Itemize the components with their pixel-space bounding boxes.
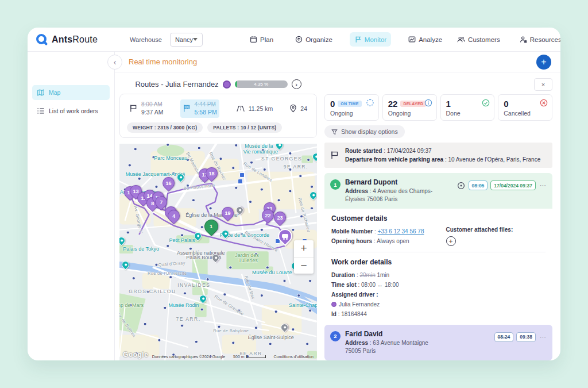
stat-start-time: 8:00 AM 9:37 AM bbox=[129, 101, 164, 116]
app-window: AntsRoute Warehouse Nancy Plan Organize bbox=[28, 28, 560, 360]
customer-details-heading: Customer details bbox=[331, 214, 546, 222]
locate-icon[interactable] bbox=[457, 181, 466, 190]
status-card-ongoing-ontime: 0 ON TIME Ongoing bbox=[324, 94, 379, 121]
brand-logo[interactable]: AntsRoute bbox=[36, 33, 98, 46]
resources-icon bbox=[520, 36, 527, 43]
driver-color-dot bbox=[223, 80, 231, 89]
attached-files-label: Customer attached files: bbox=[446, 226, 546, 233]
tab-analyze[interactable]: Analyze bbox=[404, 32, 447, 47]
transit-station-icon bbox=[239, 172, 245, 178]
route-title: Routes - Julia Fernandez bbox=[135, 80, 218, 89]
tab-plan[interactable]: Plan bbox=[245, 32, 278, 47]
route-started-banner: Route started : 17/04/2024 09:37 Departu… bbox=[324, 143, 552, 168]
top-navbar: AntsRoute Warehouse Nancy Plan Organize bbox=[28, 28, 560, 52]
stop-number-badge: 2 bbox=[330, 331, 341, 341]
opening-hours-line: Opening hours : Always open bbox=[331, 236, 446, 246]
more-options-button[interactable]: ⋯ bbox=[540, 182, 547, 189]
filter-icon bbox=[331, 129, 338, 135]
status-card-done: 1 Done bbox=[440, 94, 495, 121]
zoom-in-button[interactable]: + bbox=[294, 240, 314, 257]
chevron-down-icon bbox=[193, 38, 198, 41]
assigned-driver-label: Assigned driver : bbox=[331, 290, 546, 299]
stop-header[interactable]: 1 Bernard Dupont Address : 4 Avenue des … bbox=[324, 173, 552, 209]
organize-icon bbox=[295, 36, 303, 43]
ontime-badge: ON TIME bbox=[338, 101, 361, 107]
map[interactable]: Musée de laVie romantiqueST GEORGES9E AR… bbox=[119, 144, 317, 360]
status-summary: 0 ON TIME Ongoing 22 DELAYED Ongoing bbox=[324, 94, 552, 121]
stop-header[interactable]: 2 Farid David Address : 63 Avenue Montai… bbox=[324, 325, 552, 360]
show-display-options-button[interactable]: Show display options bbox=[324, 125, 405, 138]
status-card-cancelled: 0 Cancelled bbox=[498, 94, 552, 121]
brand-name: AntsRoute bbox=[52, 34, 98, 45]
start-flag-icon bbox=[129, 104, 138, 113]
close-panel-button[interactable]: × bbox=[534, 78, 552, 91]
weight-badge: WEIGHT : 2315 / 3000 (KG) bbox=[127, 122, 203, 133]
tab-organize[interactable]: Organize bbox=[291, 32, 337, 47]
stat-distance: 11.25 km bbox=[236, 105, 273, 113]
stop-card-farid-david: 2 Farid David Address : 63 Avenue Montai… bbox=[324, 325, 552, 360]
route-stats-card: 8:00 AM 9:37 AM bbox=[119, 94, 317, 138]
map-terms-link[interactable]: Conditions d'utilisation bbox=[274, 355, 314, 359]
tab-monitor[interactable]: Monitor bbox=[350, 32, 391, 47]
sidebar-item-work-orders[interactable]: List of work orders bbox=[32, 103, 110, 118]
warehouse-label: Warehouse bbox=[130, 36, 162, 43]
back-button[interactable]: ‹ bbox=[107, 55, 122, 70]
next-route-button[interactable]: › bbox=[292, 79, 301, 89]
stat-end-time: 4:44 PM 5:58 PM bbox=[180, 99, 219, 118]
timeslot-line: Time slot : 08:00 ↔ 18:00 bbox=[331, 280, 546, 290]
mobile-number-line: Mobile Number : +33 6 12 34 56 78 bbox=[331, 226, 446, 236]
list-icon bbox=[37, 107, 45, 115]
calendar-icon bbox=[250, 36, 257, 43]
info-icon[interactable] bbox=[424, 99, 432, 107]
work-order-heading: Work order details bbox=[331, 258, 546, 266]
more-options-button[interactable]: ⋯ bbox=[540, 333, 547, 341]
assigned-driver-name: Julia Fernandez bbox=[331, 299, 546, 309]
warehouse-value: Nancy bbox=[175, 36, 193, 43]
stop-name: Bernard Dupont bbox=[345, 178, 452, 186]
monitor-flag-icon bbox=[354, 36, 362, 43]
warehouse-select[interactable]: Nancy bbox=[170, 33, 203, 47]
map-copyright: Données cartographiques ©2024 Google bbox=[152, 355, 225, 359]
analyze-chart-icon bbox=[408, 36, 416, 43]
add-file-button[interactable]: + bbox=[446, 236, 456, 246]
planned-time-badge: 08:24 bbox=[494, 332, 514, 342]
cancel-circle-icon bbox=[540, 99, 548, 107]
sidebar: Map List of work orders bbox=[28, 52, 115, 360]
stat-stops: 24 bbox=[289, 104, 307, 113]
planned-time-badge: 08:05 bbox=[469, 180, 488, 190]
route-progress-bar: 4.35 % bbox=[235, 80, 288, 88]
pallets-badge: PALLETS : 10 / 12 (UNITS) bbox=[207, 122, 282, 133]
map-attribution: Données cartographiques ©2024 Google 500… bbox=[119, 352, 317, 360]
zoom-out-button[interactable]: − bbox=[294, 257, 314, 274]
sidebar-item-map[interactable]: Map bbox=[32, 85, 110, 100]
location-pin-icon bbox=[289, 104, 297, 113]
map-scale: 500 m bbox=[233, 355, 265, 359]
add-button[interactable]: + bbox=[536, 55, 551, 70]
eta-time-badge: 09:38 bbox=[516, 332, 536, 342]
stop-address: Address : 63 Avenue Montaigne 75005 Pari… bbox=[345, 339, 443, 355]
customers-icon bbox=[457, 36, 465, 43]
work-order-id-line: Id : 18164844 bbox=[331, 309, 546, 319]
map-zoom-control: + − bbox=[294, 240, 314, 274]
page-header: ‹ Real time monitoring + bbox=[115, 52, 560, 72]
antsroute-logo-icon bbox=[36, 33, 48, 46]
route-progress-label: 4.35 % bbox=[235, 80, 288, 88]
status-card-ongoing-delayed: 22 DELAYED Ongoing bbox=[382, 94, 437, 121]
nav-resources[interactable]: Resources bbox=[515, 32, 560, 47]
duration-line: Duration : 20min 1min bbox=[331, 270, 546, 280]
finish-flag-icon bbox=[183, 104, 191, 113]
route-detail-panel: × 0 ON TIME Ongoing bbox=[324, 77, 552, 360]
stop-number-badge: 1 bbox=[330, 179, 341, 190]
actual-time-badge: 17/04/2024 09:37 bbox=[490, 180, 536, 190]
secondary-nav: Customers Resources Settings bbox=[452, 32, 560, 47]
stop-address: Address : 4 Avenue des Champs-Élysées 75… bbox=[345, 187, 443, 203]
stop-card-bernard-dupont: 1 Bernard Dupont Address : 4 Avenue des … bbox=[324, 173, 552, 320]
mobile-number-link[interactable]: +33 6 12 34 56 78 bbox=[378, 228, 424, 235]
driver-color-dot bbox=[331, 302, 336, 307]
primary-nav: Plan Organize Monitor Analyze bbox=[245, 32, 447, 47]
map-icon bbox=[37, 89, 45, 97]
spinner-icon bbox=[366, 99, 374, 107]
nav-customers[interactable]: Customers bbox=[452, 32, 505, 47]
transit-station-icon bbox=[238, 179, 243, 184]
route-header: Routes - Julia Fernandez 4.35 % › bbox=[119, 77, 317, 94]
